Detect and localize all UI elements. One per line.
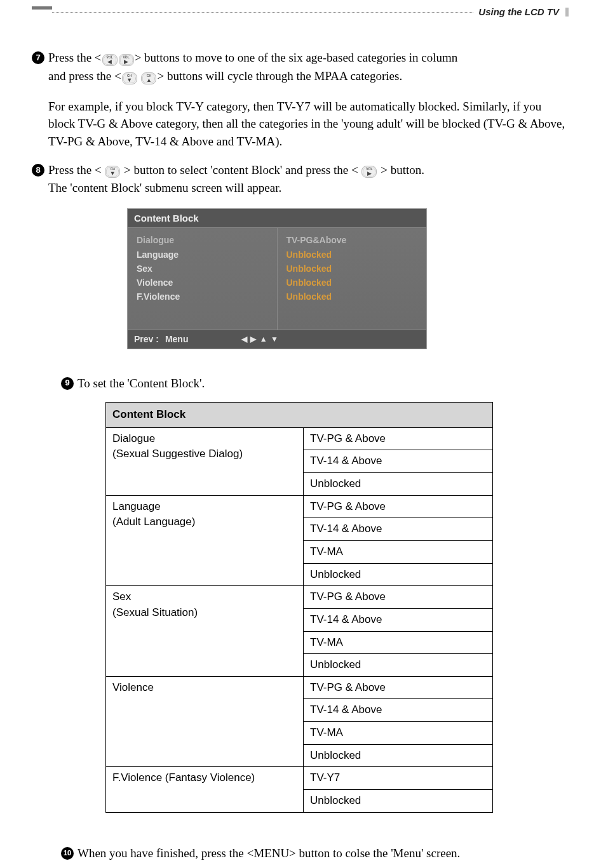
table-row-option: Unblocked <box>304 744 493 767</box>
ch-down-button-icon-2: CH▼ <box>105 166 120 178</box>
table-row-option: TV-14 & Above <box>304 608 493 631</box>
table-row-option: TV-14 & Above <box>304 518 493 541</box>
vol-left-button-icon: VOL◀ <box>102 54 118 66</box>
menu-footer-menu: Menu <box>165 333 189 345</box>
step-7-text-1b: > buttons to move to one of the six age-… <box>135 51 458 64</box>
menu-value: Unblocked <box>287 290 418 304</box>
step-10-text: When you have finished, press the <MENU>… <box>78 846 460 860</box>
step-8-text-1c: > button. <box>381 163 424 177</box>
table-row-option: TV-14 & Above <box>304 450 493 473</box>
page-header-title: Using the LCD TV <box>478 6 559 17</box>
step-7-badge: 7 <box>32 51 44 64</box>
table-row-label: Dialogue(Sexual Suggestive Dialog) <box>106 427 304 495</box>
menu-right-column: TV-PG&Above Unblocked Unblocked Unblocke… <box>278 228 427 330</box>
content-block-menu-screenshot: Content Block Dialogue Language Sex Viol… <box>127 208 427 349</box>
table-row-option: TV-MA <box>304 631 493 654</box>
step-8-text-2: The 'content Block' submenu screen will … <box>48 181 281 194</box>
step-10-badge: 10 <box>61 847 74 860</box>
step-9-text: To set the 'Content Block'. <box>78 377 205 390</box>
table-row-option: TV-14 & Above <box>304 699 493 722</box>
table-row-option: Unblocked <box>304 473 493 496</box>
table-header: Content Block <box>106 403 493 428</box>
table-row-label: Language(Adult Language) <box>106 495 304 586</box>
menu-value: Unblocked <box>287 248 418 262</box>
header-side-bar <box>565 8 569 17</box>
step-7-text-1a: Press the < <box>48 51 102 64</box>
header-accent-bar <box>32 6 52 10</box>
menu-item: Sex <box>137 262 268 276</box>
table-row-option: TV-MA <box>304 722 493 745</box>
table-row-option: TV-PG & Above <box>304 427 493 450</box>
menu-value: Unblocked <box>287 262 418 276</box>
table-row-option: Unblocked <box>304 790 493 813</box>
step-7-text-2a: and press the < <box>48 69 121 83</box>
vol-right-button-icon: VOL▶ <box>119 54 134 66</box>
table-row-label: Violence <box>106 676 304 767</box>
table-row-label: Sex(Sexual Situation) <box>106 586 304 677</box>
header-rule <box>52 12 473 13</box>
table-row-option: Unblocked <box>304 654 493 677</box>
ch-up-button-icon: CH▲ <box>141 72 156 84</box>
step-7-text-2b: > buttons will cycle through the MPAA ca… <box>157 69 402 83</box>
menu-item: Dialogue <box>137 233 268 247</box>
menu-footer-arrows: ◀ ▶ ▲ ▼ <box>241 334 279 345</box>
table-row-option: TV-PG & Above <box>304 495 493 518</box>
step-9-badge: 9 <box>61 377 74 390</box>
menu-footer-prev: Prev : <box>134 333 159 345</box>
step-7-paragraph: For example, if you block TV-Y category,… <box>48 100 565 148</box>
ch-down-button-icon: CH▼ <box>122 72 137 84</box>
table-row-label: F.Violence (Fantasy Violence) <box>106 767 304 812</box>
menu-title: Content Block <box>128 209 426 229</box>
menu-value: TV-PG&Above <box>287 233 418 247</box>
table-row-option: Unblocked <box>304 563 493 586</box>
table-row-option: TV-PG & Above <box>304 586 493 609</box>
menu-value: Unblocked <box>287 276 418 290</box>
step-8-badge: 8 <box>32 164 44 177</box>
step-8-text-1a: Press the < <box>48 163 102 177</box>
table-row-option: TV-Y7 <box>304 767 493 790</box>
table-row-option: TV-PG & Above <box>304 676 493 699</box>
menu-item: Language <box>137 248 268 262</box>
menu-left-column: Dialogue Language Sex Violence F.Violenc… <box>128 228 278 330</box>
step-8-text-1b: > button to select 'content Block' and p… <box>124 163 358 177</box>
table-row-option: TV-MA <box>304 540 493 563</box>
content-block-table: Content Block Dialogue(Sexual Suggestive… <box>105 402 493 813</box>
menu-item: F.Violence <box>137 290 268 304</box>
vol-right-button-icon-2: VOL▶ <box>361 166 377 178</box>
menu-item: Violence <box>137 276 268 290</box>
